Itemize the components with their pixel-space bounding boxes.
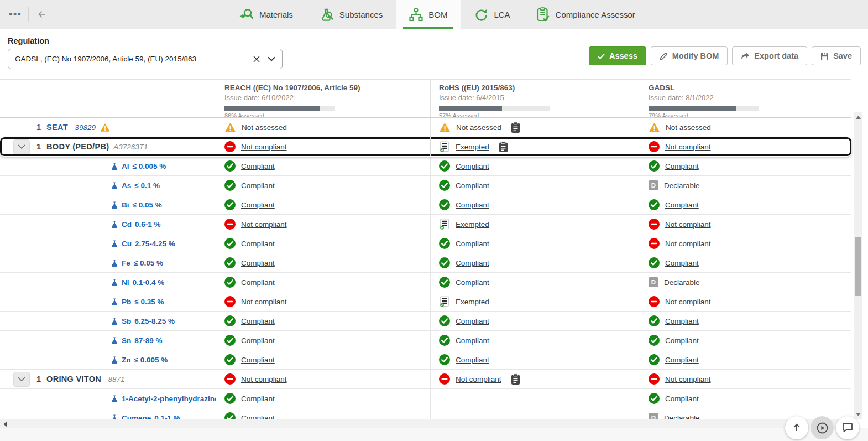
table-row[interactable]: Pb≤ 0.35 %Not compliantExemptedNot compl… — [0, 292, 851, 312]
substance-link[interactable]: Ni0.1-0.4 % — [122, 278, 164, 287]
status-link[interactable]: Not assessed — [242, 123, 287, 132]
horizontal-scrollbar[interactable] — [0, 419, 854, 428]
status-link[interactable]: Not compliant — [456, 375, 501, 383]
status-link[interactable]: Not compliant — [241, 220, 287, 229]
status-link[interactable]: Compliant — [456, 259, 489, 267]
status-link[interactable]: Not compliant — [241, 143, 287, 151]
tab-lca[interactable]: LCA — [461, 0, 523, 29]
status-link[interactable]: Compliant — [665, 259, 699, 267]
status-link[interactable]: Exempted — [456, 220, 489, 229]
status-link[interactable]: Compliant — [665, 336, 699, 345]
status-link[interactable]: Exempted — [456, 143, 489, 151]
back-button[interactable] — [34, 7, 50, 22]
status-link[interactable]: Compliant — [241, 201, 275, 209]
scroll-up-arrow[interactable] — [854, 113, 862, 121]
status-link[interactable]: Not compliant — [241, 375, 287, 383]
chevron-down-icon[interactable] — [268, 56, 275, 61]
clear-selection-button[interactable] — [250, 55, 263, 64]
substance-link[interactable]: Cu2.75-4.25 % — [122, 240, 175, 248]
status-link[interactable]: Not compliant — [665, 375, 711, 383]
table-row[interactable]: Sb6.25-8.25 %CompliantCompliantCompliant — [0, 312, 851, 331]
status-link[interactable]: Exempted — [456, 298, 489, 306]
table-row[interactable]: Al≤ 0.005 %CompliantCompliantCompliant — [0, 157, 851, 176]
play-button[interactable] — [811, 416, 834, 439]
status-link[interactable]: Not compliant — [665, 240, 711, 248]
status-link[interactable]: Declarable — [664, 278, 700, 287]
table-row[interactable]: As≤ 0.1 %CompliantCompliantDDeclarable — [0, 176, 851, 195]
substance-link[interactable]: Sn87-89 % — [122, 336, 163, 345]
substance-link[interactable]: Bi≤ 0.05 % — [122, 201, 162, 209]
table-row[interactable]: 1ORING VITON-8871Not compliantNot compli… — [0, 370, 851, 389]
status-link[interactable]: Compliant — [665, 201, 699, 209]
substance-link[interactable]: Fe≤ 0.05 % — [122, 259, 163, 267]
substance-link[interactable]: As≤ 0.1 % — [122, 181, 160, 190]
part-name-link[interactable]: ORING VITON — [46, 375, 101, 383]
regulation-combobox[interactable]: GADSL, (EC) No 1907/2006, Article 59, (E… — [8, 49, 283, 69]
part-name-link[interactable]: SEAT — [46, 123, 68, 132]
status-link[interactable]: Not compliant — [665, 143, 711, 151]
substance-link[interactable]: 1-Acetyl-2-phenylhydrazine0.1-1 % — [122, 395, 216, 403]
status-link[interactable]: Compliant — [241, 162, 275, 170]
status-link[interactable]: Compliant — [456, 356, 489, 364]
substance-link[interactable]: Sb6.25-8.25 % — [122, 317, 175, 325]
status-link[interactable]: Compliant — [241, 317, 275, 325]
status-link[interactable]: Compliant — [456, 317, 489, 325]
substance-link[interactable]: Pb≤ 0.35 % — [122, 298, 164, 306]
tab-substances[interactable]: Substances — [306, 0, 396, 29]
status-link[interactable]: Compliant — [456, 336, 489, 345]
substance-link[interactable]: Zn≤ 0.005 % — [122, 356, 168, 364]
status-link[interactable]: Compliant — [241, 356, 275, 364]
status-link[interactable]: Not assessed — [456, 123, 501, 132]
scroll-to-top-button[interactable] — [785, 416, 808, 439]
status-link[interactable]: Compliant — [241, 336, 275, 345]
status-link[interactable]: Declarable — [664, 181, 700, 190]
scroll-left-arrow[interactable] — [3, 422, 7, 427]
status-link[interactable]: Compliant — [241, 240, 275, 248]
save-button[interactable]: Save — [812, 46, 861, 65]
status-link[interactable]: Not compliant — [665, 298, 711, 306]
expand-row-button[interactable] — [13, 139, 30, 154]
substance-link[interactable]: Al≤ 0.005 % — [122, 162, 166, 170]
clipboard-icon[interactable] — [510, 373, 521, 385]
status-link[interactable]: Compliant — [665, 162, 699, 170]
table-row[interactable]: Ni0.1-0.4 %CompliantCompliantDDeclarable — [0, 273, 851, 292]
modify-bom-button[interactable]: Modify BOM — [651, 46, 728, 65]
status-link[interactable]: Not compliant — [665, 220, 711, 229]
clipboard-icon[interactable] — [498, 141, 509, 153]
status-link[interactable]: Compliant — [241, 278, 275, 287]
table-row[interactable]: Zn≤ 0.005 %CompliantCompliantCompliant — [0, 350, 851, 370]
status-link[interactable]: Compliant — [456, 181, 489, 190]
table-row[interactable]: Cu2.75-4.25 %CompliantCompliantNot compl… — [0, 234, 851, 253]
tab-materials[interactable]: Materials — [226, 0, 306, 29]
status-link[interactable]: Compliant — [241, 181, 275, 190]
table-row[interactable]: 1SEAT-39829Not assessedNot assessedNot a… — [0, 118, 851, 137]
vertical-scrollbar-thumb[interactable] — [855, 237, 861, 296]
table-row[interactable]: 1-Acetyl-2-phenylhydrazine0.1-1 %Complia… — [0, 389, 851, 408]
tab-bom[interactable]: BOM — [396, 0, 461, 29]
status-link[interactable]: Compliant — [665, 395, 699, 403]
overflow-menu-button[interactable]: ••• — [7, 9, 24, 19]
comment-button[interactable] — [836, 416, 859, 439]
vertical-scrollbar[interactable] — [854, 112, 862, 419]
status-link[interactable]: Compliant — [665, 317, 699, 325]
expand-row-button[interactable] — [13, 372, 30, 387]
table-row[interactable]: Fe≤ 0.05 %CompliantCompliantCompliant — [0, 253, 851, 273]
status-link[interactable]: Compliant — [241, 395, 275, 403]
status-link[interactable]: Compliant — [456, 162, 489, 170]
status-link[interactable]: Compliant — [456, 278, 489, 287]
table-row[interactable]: Sn87-89 %CompliantCompliantCompliant — [0, 331, 851, 350]
status-link[interactable]: Compliant — [665, 356, 699, 364]
substance-link[interactable]: Cd0.6-1 % — [122, 220, 161, 229]
table-row[interactable]: Cd0.6-1 %Not compliantExemptedNot compli… — [0, 215, 851, 234]
status-link[interactable]: Not assessed — [666, 123, 711, 132]
status-link[interactable]: Compliant — [241, 259, 275, 267]
assess-button[interactable]: Assess — [589, 46, 646, 65]
status-link[interactable]: Not compliant — [241, 298, 287, 306]
clipboard-icon[interactable] — [510, 122, 521, 133]
tab-compliance-assessor[interactable]: Compliance Assessor — [524, 0, 649, 29]
status-link[interactable]: Compliant — [456, 240, 489, 248]
part-name-link[interactable]: BODY (PED/PB) — [46, 142, 109, 151]
export-data-button[interactable]: Export data — [732, 46, 807, 65]
table-row[interactable]: 1BODY (PED/PB)A37263T1Not compliantExemp… — [0, 137, 851, 157]
status-link[interactable]: Compliant — [456, 201, 489, 209]
